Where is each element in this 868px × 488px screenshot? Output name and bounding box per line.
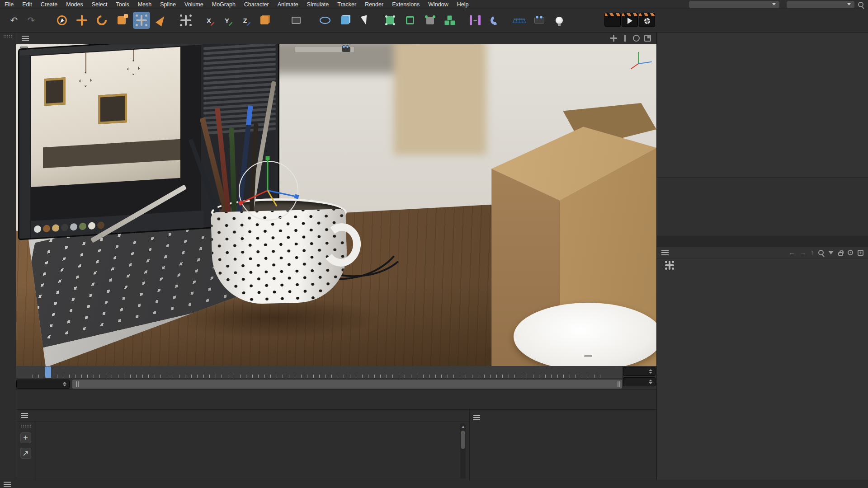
spinner-arrows[interactable] [60,382,66,386]
object-tree-empty-area[interactable] [657,177,868,236]
search-icon[interactable] [818,250,824,255]
bend-deformer-button[interactable] [486,12,504,29]
spinner-arrows[interactable] [646,380,652,384]
spline-pen-button[interactable] [356,12,373,29]
menu-file[interactable]: File [5,1,14,8]
live-selection-button[interactable] [53,12,71,29]
filter-icon[interactable] [828,251,834,254]
rotate-tool-icon [95,14,109,28]
undo-button[interactable]: ↶ [5,12,23,29]
perspective-label[interactable] [20,47,28,48]
timeline-ruler[interactable] [16,366,622,378]
menu-select[interactable]: Select [92,1,108,8]
menu-render[interactable]: Render [365,1,383,8]
scrollbar-thumb[interactable] [461,431,465,449]
viewport-menu-icon[interactable] [22,36,29,41]
instance-object-button[interactable] [401,12,419,29]
material-scrollbar[interactable]: ▲ [460,423,466,479]
timeline-playhead[interactable] [45,366,51,378]
viewport-orbit-icon[interactable] [633,35,640,42]
scatter-pen-tool-button[interactable] [153,12,170,29]
menu-tools[interactable]: Tools [116,1,129,8]
edit-render-settings-button[interactable] [639,13,655,27]
palette-grip[interactable] [3,34,13,38]
main-menu-items: FileEditCreateModesSelectToolsMeshSpline… [5,1,468,8]
scene-camera-button[interactable] [531,12,548,29]
add-icon[interactable]: + [858,250,863,256]
layout-dropdown[interactable] [787,1,854,8]
scene-end-field[interactable] [623,377,656,386]
axis-z-lock-button[interactable]: Z [238,12,255,29]
floor-object-button[interactable] [511,12,528,29]
viewport-dolly-icon[interactable] [622,35,628,42]
scale-tool-button[interactable] [113,12,130,29]
menu-character[interactable]: Character [244,1,269,8]
scroll-up-icon[interactable]: ▲ [461,424,465,429]
render-view-button[interactable] [288,12,305,29]
scene-camera-icon [539,15,543,19]
timeline-range-slider[interactable] [72,380,622,389]
ellipse-tool-button[interactable] [316,12,334,29]
add-material-button[interactable]: + [20,432,31,443]
dynamic-place-tool-icon [136,14,138,17]
menu-help[interactable]: Help [457,1,469,8]
cube-primitive-button[interactable] [336,12,354,29]
rotate-tool-button[interactable] [93,12,110,29]
move-gizmo[interactable] [239,161,298,221]
node-space-dropdown[interactable] [689,1,779,8]
target-icon[interactable] [848,250,853,255]
gizmo-axis-y[interactable] [267,158,269,191]
viewport-pan-icon[interactable] [610,35,617,42]
current-frame-field[interactable] [16,380,70,389]
menu-tracker[interactable]: Tracker [337,1,356,8]
menu-window[interactable]: Window [428,1,448,8]
search-icon[interactable] [858,2,863,7]
coordinates-menu-icon[interactable] [473,415,480,420]
bottom-panels: + ↗ ▲ [16,409,656,480]
cloner-object-icon [444,15,455,25]
subdivision-surface-icon [386,16,394,24]
forward-icon[interactable]: → [800,249,806,256]
render-to-picture-viewer-button[interactable] [622,13,638,27]
viewport-toggle-icon[interactable] [644,35,651,42]
menu-extensions[interactable]: Extensions [392,1,420,8]
viewport-canvas[interactable] [16,44,656,366]
axis-x-lock-button[interactable]: X [202,12,219,29]
coordinate-system-button[interactable] [256,12,273,29]
menu-animate[interactable]: Animate [278,1,298,8]
menu-modes[interactable]: Modes [66,1,83,8]
transform-tool-button[interactable] [177,12,194,29]
scene-start-field[interactable] [623,367,656,376]
scene-light-button[interactable] [551,12,568,29]
subdivision-surface-button[interactable] [382,12,399,29]
move-tool-button[interactable] [73,12,90,29]
up-icon[interactable]: ↑ [811,249,814,256]
attribute-body [657,258,868,488]
status-menu-icon[interactable] [4,482,11,487]
material-menu-icon[interactable] [21,413,28,418]
menu-spline[interactable]: Spline [160,1,176,8]
render-view-button[interactable] [604,13,621,27]
redo-button[interactable]: ↷ [23,12,40,29]
material-grip[interactable] [21,424,31,428]
spinner-arrows[interactable] [646,369,652,374]
menu-mesh[interactable]: Mesh [138,1,152,8]
menu-simulate[interactable]: Simulate [307,1,329,8]
cloner-object-button[interactable] [441,12,458,29]
attribute-menu-icon[interactable] [661,250,669,255]
range-end-handle[interactable] [618,381,618,387]
transform-tool-icon [189,24,192,26]
camera-label[interactable] [295,46,354,53]
menu-edit[interactable]: Edit [22,1,32,8]
lock-icon[interactable] [838,252,843,256]
range-start-handle[interactable] [76,381,77,387]
axis-y-lock-button[interactable]: Y [220,12,237,29]
ffd-deformer-button[interactable] [421,12,439,29]
menu-create[interactable]: Create [41,1,58,8]
spline-boolean-button[interactable] [467,12,484,29]
menu-volume[interactable]: Volume [184,1,203,8]
pop-out-button[interactable]: ↗ [20,448,31,459]
back-icon[interactable]: ← [789,249,795,256]
menu-mograph[interactable]: MoGraph [212,1,236,8]
dynamic-place-tool-button[interactable] [133,12,150,29]
